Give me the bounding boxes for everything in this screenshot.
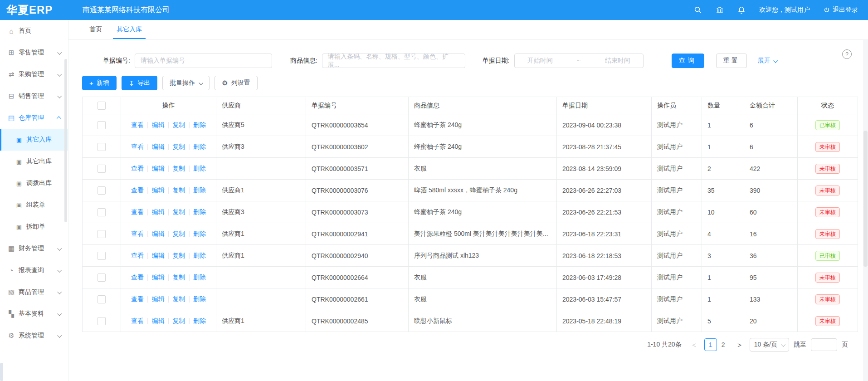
sidebar-item-home[interactable]: ⌂首页 (0, 20, 68, 42)
action-link-edit[interactable]: 编辑 (152, 274, 165, 281)
batch-actions-button[interactable]: 批量操作 (162, 76, 210, 90)
sidebar-item-basic-data[interactable]: ▚基本资料 (0, 303, 68, 325)
welcome-user[interactable]: 欢迎您，测试用户 (759, 6, 810, 14)
page-size-select[interactable]: 10 条/页 (750, 338, 789, 352)
sidebar-item-retail[interactable]: ⊞零售管理 (0, 42, 68, 64)
select-all-checkbox[interactable] (98, 102, 106, 110)
action-link-copy[interactable]: 复制 (172, 186, 185, 194)
expand-link[interactable]: 展开 (758, 57, 777, 65)
row-checkbox[interactable] (98, 317, 106, 325)
action-link-delete[interactable]: 删除 (193, 121, 206, 128)
action-link-copy[interactable]: 复制 (172, 230, 185, 237)
action-link-view[interactable]: 查看 (131, 252, 144, 259)
sidebar-item-other-outbound[interactable]: ▣其它出库 (0, 151, 68, 172)
row-checkbox[interactable] (98, 274, 106, 282)
export-button[interactable]: ↧ 导出 (122, 76, 158, 90)
action-link-copy[interactable]: 复制 (172, 295, 185, 303)
action-link-view[interactable]: 查看 (131, 208, 144, 215)
logout-button[interactable]: 退出登录 (824, 6, 858, 14)
row-checkbox[interactable] (98, 252, 106, 260)
reset-button[interactable]: 重置 (716, 54, 747, 68)
row-checkbox[interactable] (98, 121, 106, 129)
action-link-copy[interactable]: 复制 (172, 143, 185, 150)
sidebar-item-finance[interactable]: ▦财务管理 (0, 238, 68, 259)
action-link-delete[interactable]: 删除 (193, 208, 206, 215)
row-checkbox[interactable] (98, 143, 106, 151)
date-range-input[interactable]: 开始时间 ~ 结束时间 (514, 54, 644, 68)
action-link-edit[interactable]: 编辑 (152, 121, 165, 128)
action-link-view[interactable]: 查看 (131, 295, 144, 303)
help-icon[interactable]: ? (842, 49, 852, 59)
row-checkbox[interactable] (98, 186, 106, 195)
sidebar-item-transfer-outbound[interactable]: ▣调拨出库 (0, 172, 68, 194)
action-link-delete[interactable]: 删除 (193, 252, 206, 259)
sidebar-item-warehouse[interactable]: ▤仓库管理 (0, 107, 68, 129)
bank-icon[interactable] (716, 6, 724, 14)
sidebar-item-assembly[interactable]: ▣组装单 (0, 194, 68, 216)
action-link-delete[interactable]: 删除 (193, 317, 206, 324)
search-icon[interactable] (694, 6, 702, 14)
action-link-edit[interactable]: 编辑 (152, 295, 165, 303)
order-no-input[interactable]: 请输入单据编号 (135, 54, 272, 68)
sidebar-item-system[interactable]: ⚙系统管理 (0, 325, 68, 347)
tab-home[interactable]: 首页 (82, 20, 109, 39)
action-link-copy[interactable]: 复制 (172, 317, 185, 324)
action-link-edit[interactable]: 编辑 (152, 143, 165, 150)
action-link-edit[interactable]: 编辑 (152, 208, 165, 215)
action-link-delete[interactable]: 删除 (193, 230, 206, 237)
sidebar-scrollbar[interactable] (64, 59, 67, 222)
row-checkbox[interactable] (98, 208, 106, 216)
page-number-1[interactable]: 1 (704, 338, 717, 351)
action-link-delete[interactable]: 删除 (193, 165, 206, 172)
sidebar-item-purchase[interactable]: ⇄采购管理 (0, 64, 68, 85)
action-link-edit[interactable]: 编辑 (152, 317, 165, 324)
page-number-2[interactable]: 2 (717, 338, 730, 351)
assembly-icon: ▣ (15, 202, 23, 209)
action-link-copy[interactable]: 复制 (172, 165, 185, 172)
add-button[interactable]: + 新增 (82, 76, 117, 90)
action-link-copy[interactable]: 复制 (172, 274, 185, 281)
left-scrollbar-thumb[interactable] (0, 363, 3, 381)
action-link-view[interactable]: 查看 (131, 230, 144, 237)
product-info-input[interactable]: 请输入条码、名称、规格、型号、颜色、扩展... (322, 54, 465, 68)
tab-other-inbound[interactable]: 其它入库 (109, 20, 149, 39)
date-tilde: ~ (577, 57, 580, 64)
order-no-placeholder: 请输入单据编号 (141, 57, 185, 65)
action-link-edit[interactable]: 编辑 (152, 165, 165, 172)
sidebar-item-sales[interactable]: ⊟销售管理 (0, 85, 68, 107)
jump-page-input[interactable] (811, 338, 837, 351)
action-link-delete[interactable]: 删除 (193, 274, 206, 281)
action-link-copy[interactable]: 复制 (172, 121, 185, 128)
column-settings-button[interactable]: ⚙ 列设置 (215, 76, 257, 90)
bell-icon[interactable] (737, 6, 746, 14)
action-link-edit[interactable]: 编辑 (152, 186, 165, 194)
column-header: 操作员 (652, 97, 702, 114)
sidebar-item-disassembly[interactable]: ▣拆卸单 (0, 216, 68, 238)
window-scrollbar-thumb[interactable] (863, 131, 868, 267)
action-link-view[interactable]: 查看 (131, 274, 144, 281)
action-link-view[interactable]: 查看 (131, 165, 144, 172)
row-checkbox[interactable] (98, 165, 106, 173)
action-link-view[interactable]: 查看 (131, 121, 144, 128)
sidebar-item-goods[interactable]: ▧商品管理 (0, 281, 68, 303)
action-link-view[interactable]: 查看 (131, 143, 144, 150)
action-link-delete[interactable]: 删除 (193, 186, 206, 194)
sidebar-item-other-inbound[interactable]: ▣其它入库 (0, 129, 68, 151)
action-link-delete[interactable]: 删除 (193, 143, 206, 150)
action-link-view[interactable]: 查看 (131, 317, 144, 324)
action-link-copy[interactable]: 复制 (172, 252, 185, 259)
action-link-copy[interactable]: 复制 (172, 208, 185, 215)
action-link-view[interactable]: 查看 (131, 186, 144, 194)
query-button[interactable]: 查询 (672, 54, 704, 68)
action-link-edit[interactable]: 编辑 (152, 252, 165, 259)
column-settings-label: 列设置 (231, 79, 250, 87)
row-checkbox[interactable] (98, 230, 106, 238)
row-actions-cell: 查看|编辑|复制|删除 (121, 267, 216, 288)
window-scrollbar-track[interactable] (863, 40, 868, 381)
action-link-edit[interactable]: 编辑 (152, 230, 165, 237)
action-link-delete[interactable]: 删除 (193, 295, 206, 303)
prev-page-button[interactable]: < (689, 341, 700, 349)
row-checkbox[interactable] (98, 295, 106, 303)
sidebar-item-report[interactable]: ◔报表查询 (0, 259, 68, 281)
next-page-button[interactable]: > (734, 341, 745, 349)
